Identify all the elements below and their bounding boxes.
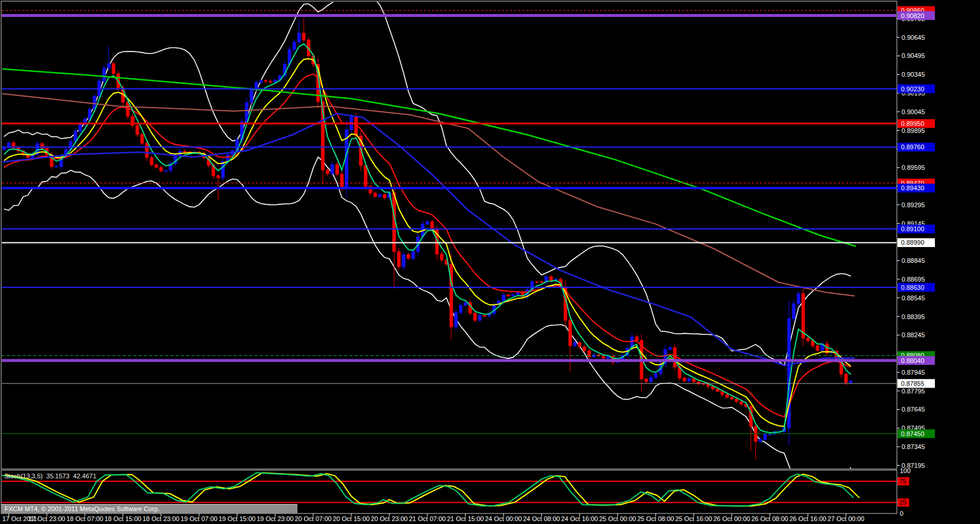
chart-background	[0, 0, 980, 524]
price-tick-label: 0.88545	[902, 294, 925, 302]
time-tick-label: 26 Oct 00:00	[714, 515, 751, 522]
price-level-value: 0.90230	[901, 85, 924, 93]
time-axis[interactable]: 17 Oct 201117 Oct 23:0018 Oct 07:0018 Oc…	[2, 513, 865, 522]
price-level-value: 0.89760	[901, 143, 924, 150]
time-tick-label: 19 Oct 07:00	[181, 515, 218, 522]
price-tick-label: 0.89595	[902, 164, 925, 171]
stoch-scale-label: 75	[899, 478, 906, 485]
price-tick-label: 0.87945	[902, 369, 925, 376]
price-level-value: 0.89430	[901, 184, 924, 191]
price-chart-canvas[interactable]: 0.907950.906450.904950.903450.901950.900…	[0, 0, 980, 524]
time-tick-label: 24 Oct 00:00	[485, 515, 522, 522]
price-level-value: 0.88990	[901, 239, 924, 246]
mt4-chart-window: 0.907950.906450.904950.903450.901950.900…	[0, 0, 980, 524]
price-level-value: 0.89950	[901, 120, 924, 127]
price-tick-label: 0.88695	[902, 276, 925, 283]
price-level-value: 0.87855	[901, 380, 924, 387]
price-level-value: 0.88040	[901, 357, 924, 364]
stoch-scale-label: 100	[900, 467, 910, 474]
time-tick-label: 25 Oct 16:00	[676, 515, 712, 522]
price-tick-label: 0.90645	[902, 34, 925, 41]
time-tick-label: 27 Oct 00:00	[828, 515, 865, 522]
time-tick-label: 17 Oct 23:00	[29, 515, 66, 522]
stoch-scale-label: 0	[900, 510, 903, 517]
price-tick-label: 0.88245	[902, 331, 925, 338]
stoch-scale-label: 25	[899, 499, 906, 506]
time-tick-label: 25 Oct 08:00	[638, 515, 674, 522]
price-tick-label: 0.88845	[902, 257, 925, 264]
time-tick-label: 18 Oct 23:00	[143, 515, 180, 522]
price-tick-label: 0.88395	[902, 313, 925, 320]
price-tick-label: 0.87345	[902, 443, 925, 450]
price-level-value: 0.87450	[901, 430, 924, 437]
time-tick-label: 26 Oct 08:00	[752, 515, 789, 522]
price-tick-label: 0.90045	[902, 108, 925, 115]
time-tick-label: 20 Oct 15:00	[333, 515, 370, 522]
copyright-text: FXCM MT4, © 2001-2011 MetaQuotes Softwar…	[5, 505, 160, 512]
price-tick-label: 0.90345	[902, 71, 925, 78]
stochastic-indicator-label: Stoch(13,3,5)35.157342.4671	[4, 472, 100, 480]
price-tick-label: 0.90495	[902, 52, 925, 59]
time-tick-label: 25 Oct 00:00	[599, 515, 636, 522]
stochastic-name: Stoch(13,3,5)	[4, 472, 43, 480]
time-tick-label: 26 Oct 16:00	[790, 515, 827, 522]
price-level-value: 0.90820	[901, 12, 924, 19]
time-tick-label: 18 Oct 15:00	[105, 515, 142, 522]
stochastic-signal-value: 42.4671	[73, 472, 97, 480]
time-tick-label: 21 Oct 15:00	[447, 515, 484, 522]
price-level-value: 0.89100	[901, 225, 924, 232]
stochastic-main-value: 35.1573	[46, 472, 70, 480]
time-tick-label: 21 Oct 07:00	[409, 515, 446, 522]
price-tick-label: 0.87645	[902, 406, 925, 413]
time-tick-label: 19 Oct 15:00	[219, 515, 256, 522]
time-tick-label: 19 Oct 23:00	[257, 515, 294, 522]
time-tick-label: 24 Oct 16:00	[561, 515, 598, 522]
price-tick-label: 0.89295	[902, 201, 925, 208]
price-level-value: 0.88630	[901, 284, 924, 291]
time-tick-label: 20 Oct 07:00	[295, 515, 332, 522]
time-tick-label: 18 Oct 07:00	[67, 515, 104, 522]
time-tick-label: 20 Oct 23:00	[371, 515, 408, 522]
price-tick-label: 0.87795	[902, 388, 925, 395]
time-tick-label: 24 Oct 08:00	[523, 515, 560, 522]
terminal-copyright: FXCM MT4, © 2001-2011 MetaQuotes Softwar…	[1, 504, 297, 513]
